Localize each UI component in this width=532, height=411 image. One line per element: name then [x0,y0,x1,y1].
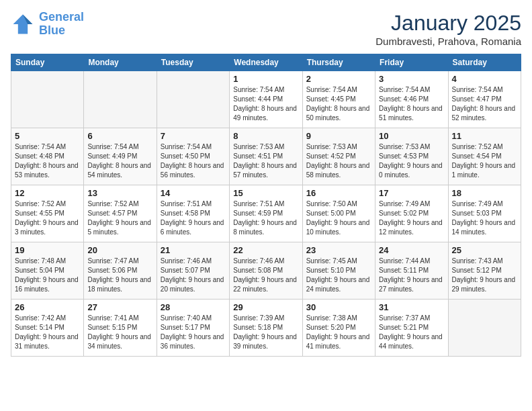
calendar-week-row: 5Sunrise: 7:54 AMSunset: 4:48 PMDaylight… [11,128,521,185]
day-number: 29 [233,302,298,312]
calendar-cell: 1Sunrise: 7:54 AMSunset: 4:44 PMDaylight… [230,71,302,128]
calendar-cell: 12Sunrise: 7:52 AMSunset: 4:55 PMDayligh… [11,185,84,242]
calendar-cell [157,71,229,128]
calendar-cell: 29Sunrise: 7:39 AMSunset: 5:18 PMDayligh… [230,300,302,357]
logo-icon [11,12,35,36]
calendar-cell: 10Sunrise: 7:53 AMSunset: 4:53 PMDayligh… [375,128,448,185]
calendar-cell: 23Sunrise: 7:45 AMSunset: 5:10 PMDayligh… [302,242,375,300]
weekday-header-row: SundayMondayTuesdayWednesdayThursdayFrid… [11,54,521,71]
day-number: 13 [87,188,152,198]
calendar-cell: 8Sunrise: 7:53 AMSunset: 4:51 PMDaylight… [230,128,302,185]
day-number: 11 [452,131,517,141]
day-info: Sunrise: 7:41 AMSunset: 5:15 PMDaylight:… [87,314,152,351]
day-number: 5 [15,131,80,141]
day-number: 3 [379,74,444,84]
day-info: Sunrise: 7:51 AMSunset: 4:59 PMDaylight:… [233,199,298,237]
day-number: 20 [87,245,152,255]
day-info: Sunrise: 7:54 AMSunset: 4:48 PMDaylight:… [15,142,80,180]
day-info: Sunrise: 7:37 AMSunset: 5:21 PMDaylight:… [379,314,444,351]
day-info: Sunrise: 7:40 AMSunset: 5:17 PMDaylight:… [161,314,226,351]
month-title: January 2025 [375,11,521,36]
logo-text: General Blue [39,11,84,38]
day-number: 24 [379,245,444,255]
calendar-cell: 30Sunrise: 7:38 AMSunset: 5:20 PMDayligh… [302,300,375,357]
calendar-week-row: 12Sunrise: 7:52 AMSunset: 4:55 PMDayligh… [11,185,521,242]
calendar-cell: 2Sunrise: 7:54 AMSunset: 4:45 PMDaylight… [302,71,375,128]
calendar-cell: 26Sunrise: 7:42 AMSunset: 5:14 PMDayligh… [11,300,84,357]
day-info: Sunrise: 7:51 AMSunset: 4:58 PMDaylight:… [161,199,226,237]
day-info: Sunrise: 7:54 AMSunset: 4:44 PMDaylight:… [233,85,298,123]
day-info: Sunrise: 7:52 AMSunset: 4:57 PMDaylight:… [87,199,152,237]
location-title: Dumbravesti, Prahova, Romania [375,36,521,47]
day-number: 23 [306,245,371,255]
day-number: 2 [306,74,371,84]
day-info: Sunrise: 7:54 AMSunset: 4:50 PMDaylight:… [161,142,226,180]
day-number: 28 [161,302,226,312]
day-info: Sunrise: 7:53 AMSunset: 4:53 PMDaylight:… [379,142,444,180]
day-number: 19 [15,245,80,255]
day-number: 17 [379,188,444,198]
calendar-cell: 18Sunrise: 7:49 AMSunset: 5:03 PMDayligh… [448,185,521,242]
day-info: Sunrise: 7:39 AMSunset: 5:18 PMDaylight:… [233,314,298,351]
day-number: 18 [452,188,517,198]
day-info: Sunrise: 7:54 AMSunset: 4:49 PMDaylight:… [87,142,152,180]
day-number: 26 [15,302,80,312]
weekday-header: Monday [84,54,157,71]
day-info: Sunrise: 7:49 AMSunset: 5:02 PMDaylight:… [379,199,444,237]
day-info: Sunrise: 7:48 AMSunset: 5:04 PMDaylight:… [15,257,80,294]
calendar-cell: 24Sunrise: 7:44 AMSunset: 5:11 PMDayligh… [375,242,448,300]
day-info: Sunrise: 7:50 AMSunset: 5:00 PMDaylight:… [306,199,371,237]
calendar-cell: 9Sunrise: 7:53 AMSunset: 4:52 PMDaylight… [302,128,375,185]
day-info: Sunrise: 7:49 AMSunset: 5:03 PMDaylight:… [452,199,517,237]
calendar-cell: 14Sunrise: 7:51 AMSunset: 4:58 PMDayligh… [157,185,229,242]
calendar-cell [84,71,157,128]
day-number: 21 [161,245,226,255]
calendar-cell: 28Sunrise: 7:40 AMSunset: 5:17 PMDayligh… [157,300,229,357]
day-info: Sunrise: 7:52 AMSunset: 4:54 PMDaylight:… [452,142,517,180]
day-number: 31 [379,302,444,312]
day-info: Sunrise: 7:38 AMSunset: 5:20 PMDaylight:… [306,314,371,351]
day-number: 14 [161,188,226,198]
calendar-cell: 21Sunrise: 7:46 AMSunset: 5:07 PMDayligh… [157,242,229,300]
logo-line2: Blue [39,24,65,37]
calendar-cell: 3Sunrise: 7:54 AMSunset: 4:46 PMDaylight… [375,71,448,128]
day-info: Sunrise: 7:54 AMSunset: 4:45 PMDaylight:… [306,85,371,123]
day-number: 30 [306,302,371,312]
day-info: Sunrise: 7:46 AMSunset: 5:07 PMDaylight:… [161,257,226,294]
day-number: 10 [379,131,444,141]
day-info: Sunrise: 7:54 AMSunset: 4:47 PMDaylight:… [452,85,517,123]
calendar-cell: 22Sunrise: 7:46 AMSunset: 5:08 PMDayligh… [230,242,302,300]
day-number: 12 [15,188,80,198]
day-info: Sunrise: 7:42 AMSunset: 5:14 PMDaylight:… [15,314,80,351]
calendar-cell [448,300,521,357]
day-info: Sunrise: 7:52 AMSunset: 4:55 PMDaylight:… [15,199,80,237]
day-number: 27 [87,302,152,312]
calendar-cell: 13Sunrise: 7:52 AMSunset: 4:57 PMDayligh… [84,185,157,242]
calendar-cell: 16Sunrise: 7:50 AMSunset: 5:00 PMDayligh… [302,185,375,242]
weekday-header: Saturday [448,54,521,71]
day-number: 6 [87,131,152,141]
logo-line1: General [39,10,84,24]
calendar-cell: 19Sunrise: 7:48 AMSunset: 5:04 PMDayligh… [11,242,84,300]
day-info: Sunrise: 7:47 AMSunset: 5:06 PMDaylight:… [87,257,152,294]
day-number: 22 [233,245,298,255]
day-number: 4 [452,74,517,84]
weekday-header: Friday [375,54,448,71]
calendar-cell: 6Sunrise: 7:54 AMSunset: 4:49 PMDaylight… [84,128,157,185]
title-area: January 2025 Dumbravesti, Prahova, Roman… [375,11,521,47]
day-number: 9 [306,131,371,141]
calendar-cell: 25Sunrise: 7:43 AMSunset: 5:12 PMDayligh… [448,242,521,300]
day-info: Sunrise: 7:43 AMSunset: 5:12 PMDaylight:… [452,257,517,294]
day-info: Sunrise: 7:53 AMSunset: 4:52 PMDaylight:… [306,142,371,180]
day-info: Sunrise: 7:45 AMSunset: 5:10 PMDaylight:… [306,257,371,294]
calendar-cell: 27Sunrise: 7:41 AMSunset: 5:15 PMDayligh… [84,300,157,357]
calendar-cell: 20Sunrise: 7:47 AMSunset: 5:06 PMDayligh… [84,242,157,300]
weekday-header: Thursday [302,54,375,71]
calendar-cell: 7Sunrise: 7:54 AMSunset: 4:50 PMDaylight… [157,128,229,185]
calendar-week-row: 19Sunrise: 7:48 AMSunset: 5:04 PMDayligh… [11,242,521,300]
calendar-cell [11,71,84,128]
day-info: Sunrise: 7:44 AMSunset: 5:11 PMDaylight:… [379,257,444,294]
day-number: 8 [233,131,298,141]
weekday-header: Tuesday [157,54,229,71]
weekday-header: Sunday [11,54,84,71]
